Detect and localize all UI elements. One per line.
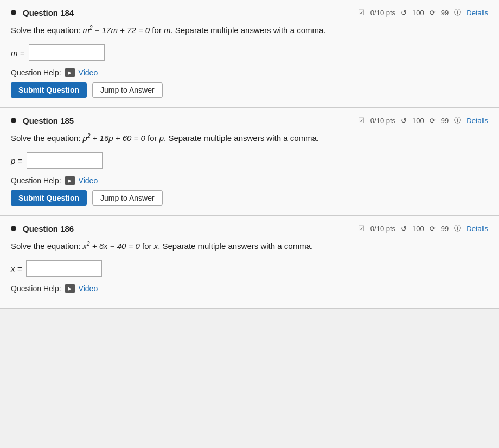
- question-number-186: Question 186: [23, 224, 74, 233]
- submit-button-185[interactable]: Submit Question: [11, 190, 87, 206]
- info-icon-185: ⓘ: [454, 116, 461, 125]
- page-container: Question 184 ☑ 0/10 pts ↺ 100 ⟳ 99 ⓘ Det…: [0, 0, 499, 448]
- equation-suffix-186: for x. Separate multiple answers with a …: [142, 241, 313, 251]
- equation-prefix-185: Solve the equation:: [11, 133, 80, 143]
- info-icon-184: ⓘ: [454, 8, 461, 17]
- info-icon-186: ⓘ: [454, 223, 461, 233]
- question-header-185: Question 185 ☑ 0/10 pts ↺ 100 ⟳ 99 ⓘ Det…: [11, 116, 488, 125]
- pts-label-186: 0/10 pts: [370, 225, 395, 233]
- pts-label-185: 0/10 pts: [370, 117, 395, 125]
- question-meta-186: ☑ 0/10 pts ↺ 100 ⟳ 99 ⓘ Details: [358, 223, 488, 233]
- input-row-186: x =: [11, 260, 488, 277]
- equation-186: x2 + 6x − 40 = 0: [83, 241, 142, 251]
- attempts-185: 100: [412, 117, 424, 125]
- question-block-185: Question 185 ☑ 0/10 pts ↺ 100 ⟳ 99 ⓘ Det…: [0, 108, 499, 216]
- question-meta-185: ☑ 0/10 pts ↺ 100 ⟳ 99 ⓘ Details: [358, 116, 488, 125]
- submit-button-184[interactable]: Submit Question: [11, 82, 87, 98]
- checkbox-icon-186: ☑: [358, 224, 365, 233]
- help-label-184: Question Help:: [11, 68, 61, 77]
- question-help-184: Question Help: ▶ Video: [11, 68, 488, 77]
- question-block-186: Question 186 ☑ 0/10 pts ↺ 100 ⟳ 99 ⓘ Det…: [0, 216, 499, 309]
- help-label-185: Question Help:: [11, 176, 61, 185]
- var-label-184: m =: [11, 48, 24, 57]
- question-meta-184: ☑ 0/10 pts ↺ 100 ⟳ 99 ⓘ Details: [358, 8, 488, 17]
- question-body-185: Solve the equation: p2 + 16p + 60 = 0 fo…: [11, 132, 488, 145]
- question-block-184: Question 184 ☑ 0/10 pts ↺ 100 ⟳ 99 ⓘ Det…: [0, 0, 499, 108]
- equation-prefix-186: Solve the equation:: [11, 241, 80, 251]
- clock-icon-186: ↺: [401, 225, 407, 233]
- question-header-186: Question 186 ☑ 0/10 pts ↺ 100 ⟳ 99 ⓘ Det…: [11, 223, 488, 233]
- question-title-185: Question 185: [11, 116, 74, 125]
- equation-184: m2 − 17m + 72 = 0: [83, 25, 152, 35]
- input-row-184: m =: [11, 44, 488, 61]
- question-help-185: Question Help: ▶ Video: [11, 176, 488, 185]
- attempts-186: 100: [412, 225, 424, 233]
- question-header-184: Question 184 ☑ 0/10 pts ↺ 100 ⟳ 99 ⓘ Det…: [11, 8, 488, 17]
- video-icon-185: ▶: [65, 176, 75, 185]
- attempts-184: 100: [412, 9, 424, 17]
- clock-icon-185: ↺: [401, 117, 407, 125]
- refresh-icon-184: ⟳: [430, 9, 436, 17]
- video-icon-186: ▶: [65, 284, 75, 293]
- clock-icon-184: ↺: [401, 9, 407, 17]
- var-label-186: x =: [11, 264, 22, 273]
- help-label-186: Question Help:: [11, 284, 61, 293]
- video-link-184[interactable]: Video: [79, 68, 98, 77]
- equation-suffix-184: for m. Separate multiple answers with a …: [152, 25, 325, 35]
- bullet-icon-184: [11, 10, 16, 15]
- jump-button-185[interactable]: Jump to Answer: [92, 190, 163, 206]
- retry-count-185: 99: [441, 117, 449, 125]
- retry-count-186: 99: [441, 225, 449, 233]
- video-link-186[interactable]: Video: [79, 284, 98, 293]
- actions-row-184: Submit Question Jump to Answer: [11, 82, 488, 98]
- question-title-184: Question 184: [11, 8, 74, 17]
- bullet-icon-185: [11, 118, 16, 123]
- video-icon-184: ▶: [65, 68, 75, 77]
- question-title-186: Question 186: [11, 224, 74, 233]
- jump-button-184[interactable]: Jump to Answer: [92, 82, 163, 98]
- details-link-184[interactable]: Details: [466, 9, 488, 17]
- answer-input-185[interactable]: [27, 152, 103, 169]
- retry-count-184: 99: [441, 9, 449, 17]
- pts-label-184: 0/10 pts: [370, 9, 395, 17]
- details-link-185[interactable]: Details: [466, 117, 488, 125]
- details-link-186[interactable]: Details: [466, 225, 488, 233]
- answer-input-184[interactable]: [29, 44, 105, 61]
- checkbox-icon-184: ☑: [358, 8, 365, 17]
- actions-row-185: Submit Question Jump to Answer: [11, 190, 488, 206]
- question-body-184: Solve the equation: m2 − 17m + 72 = 0 fo…: [11, 24, 488, 37]
- var-label-185: p =: [11, 156, 22, 165]
- equation-suffix-185: for p. Separate multiple answers with a …: [148, 133, 319, 143]
- question-help-186: Question Help: ▶ Video: [11, 284, 488, 293]
- checkbox-icon-185: ☑: [358, 116, 365, 125]
- video-link-185[interactable]: Video: [79, 176, 98, 185]
- refresh-icon-186: ⟳: [430, 225, 436, 233]
- input-row-185: p =: [11, 152, 488, 169]
- answer-input-186[interactable]: [26, 260, 102, 277]
- equation-185: p2 + 16p + 60 = 0: [83, 133, 148, 143]
- bullet-icon-186: [11, 226, 16, 231]
- question-number-184: Question 184: [23, 8, 74, 17]
- question-body-186: Solve the equation: x2 + 6x − 40 = 0 for…: [11, 240, 488, 253]
- refresh-icon-185: ⟳: [430, 117, 436, 125]
- question-number-185: Question 185: [23, 116, 74, 125]
- equation-prefix-184: Solve the equation:: [11, 25, 80, 35]
